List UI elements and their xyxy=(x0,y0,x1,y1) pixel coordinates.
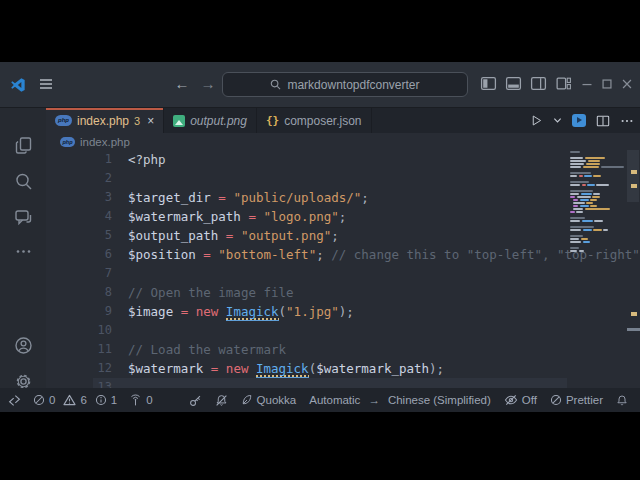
current-line-highlight xyxy=(93,378,567,388)
explorer-icon[interactable] xyxy=(14,136,33,155)
restore-button[interactable] xyxy=(598,75,616,93)
forward-button[interactable]: → xyxy=(198,74,218,94)
scrollbar[interactable] xyxy=(626,150,640,388)
line-number[interactable]: 2 xyxy=(46,169,112,188)
minimap-line xyxy=(593,193,600,195)
minimap-line xyxy=(586,163,600,165)
minimap-line xyxy=(570,190,593,192)
line-number[interactable]: 7 xyxy=(46,264,112,283)
minimap-line xyxy=(585,208,610,210)
command-center-search[interactable]: markdowntopdfconverter xyxy=(222,72,468,97)
minimap-line xyxy=(601,166,624,168)
minimize-button[interactable] xyxy=(578,75,596,93)
translate-from-label: Automatic xyxy=(309,394,360,406)
line-number[interactable]: 9 xyxy=(46,302,112,321)
minimap-line xyxy=(587,184,595,186)
line-number[interactable]: 1 xyxy=(46,150,112,169)
minimap-line xyxy=(590,205,597,207)
minimap-line xyxy=(583,241,590,243)
notifications-bell-icon[interactable] xyxy=(616,394,628,407)
toggle-sidebar-icon[interactable] xyxy=(480,75,497,92)
info-count: 1 xyxy=(111,394,117,406)
line-number[interactable]: 13 xyxy=(46,378,112,388)
breadcrumb-file: index.php xyxy=(80,136,130,148)
quokka-status[interactable]: Quokka xyxy=(241,394,297,406)
toggle-panel-icon[interactable] xyxy=(505,75,522,92)
code-line[interactable]: $target_dir = "public/uploads/"; xyxy=(128,188,369,207)
code-editor[interactable]: 12345678910111213 <?php$target_dir = "pu… xyxy=(46,150,640,388)
ports-indicator[interactable]: 0 xyxy=(129,394,152,407)
run-button[interactable] xyxy=(530,114,543,127)
minimap-line xyxy=(590,199,597,201)
minimap-line xyxy=(570,235,583,237)
split-editor-icon[interactable] xyxy=(596,114,610,128)
menu-icon[interactable] xyxy=(38,76,54,92)
line-number[interactable]: 11 xyxy=(46,340,112,359)
code-line[interactable]: $image = new Imagick("1.jpg"); xyxy=(128,302,354,321)
minimap-line xyxy=(570,238,579,240)
minimap-line xyxy=(576,211,583,213)
remote-indicator-icon[interactable] xyxy=(8,394,21,407)
arrow-right-icon: → xyxy=(368,394,380,406)
letterbox-top xyxy=(0,0,640,62)
code-line[interactable]: $position = "bottom-left"; // change thi… xyxy=(128,245,640,264)
close-tab-icon[interactable]: × xyxy=(147,114,154,128)
minimap-line xyxy=(573,202,585,204)
toggle-secondary-sidebar-icon[interactable] xyxy=(530,75,547,92)
back-button[interactable]: ← xyxy=(172,74,192,94)
editor-actions xyxy=(530,108,634,133)
additional-views-icon[interactable] xyxy=(14,242,33,261)
search-icon[interactable] xyxy=(14,172,33,191)
code-line[interactable]: <?php xyxy=(128,150,166,169)
broadcast-tower-icon xyxy=(129,394,142,407)
key-icon[interactable] xyxy=(189,394,202,407)
account-icon[interactable] xyxy=(14,336,33,355)
minimap-line xyxy=(584,175,592,177)
minimap-line xyxy=(588,160,600,162)
close-button[interactable] xyxy=(618,75,636,93)
ports-count: 0 xyxy=(146,394,152,406)
line-number[interactable]: 8 xyxy=(46,283,112,302)
line-number[interactable]: 10 xyxy=(46,321,112,340)
tab-output-png[interactable]: output.png xyxy=(164,108,257,133)
warning-count: 6 xyxy=(80,394,86,406)
run-dropdown-chevron-icon[interactable] xyxy=(553,116,562,125)
minimap[interactable] xyxy=(570,150,626,388)
warning-icon xyxy=(63,394,76,406)
line-number[interactable]: 5 xyxy=(46,226,112,245)
tab-index-php[interactable]: php index.php 3 × xyxy=(46,108,164,133)
prettier-status[interactable]: Prettier xyxy=(550,394,603,406)
minimap-line xyxy=(570,175,577,177)
more-actions-icon[interactable] xyxy=(620,114,634,128)
tab-label: composer.json xyxy=(284,114,361,128)
php-server-button[interactable] xyxy=(572,114,586,127)
code-line[interactable]: $watermark = new Imagick($watermark_path… xyxy=(128,359,444,378)
code-line[interactable]: // Open the image file xyxy=(128,283,294,302)
problems-indicator[interactable]: 0 6 1 xyxy=(33,394,117,406)
translate-status[interactable]: Automatic → Chinese (Simplified) xyxy=(309,394,491,406)
minimap-line xyxy=(583,166,599,168)
chat-icon[interactable] xyxy=(14,208,33,227)
minimap-line xyxy=(581,193,592,195)
customize-layout-icon[interactable] xyxy=(555,75,572,92)
minimap-line xyxy=(570,151,580,153)
bell-slash-icon[interactable] xyxy=(215,394,228,407)
code-line[interactable]: // Load the watermark xyxy=(128,340,286,359)
line-number[interactable]: 4 xyxy=(46,207,112,226)
line-number[interactable]: 12 xyxy=(46,359,112,378)
minimap-line xyxy=(570,166,581,168)
minimap-line xyxy=(577,196,591,198)
minimap-line xyxy=(570,196,575,198)
code-line[interactable]: $output_path = "output.png"; xyxy=(128,226,339,245)
scrollbar-thumb[interactable] xyxy=(627,150,639,202)
code-line[interactable]: $watermark_path = "logo.png"; xyxy=(128,207,346,226)
line-number[interactable]: 6 xyxy=(46,245,112,264)
minimap-line xyxy=(570,250,577,252)
minimap-line xyxy=(570,172,591,174)
line-number[interactable]: 3 xyxy=(46,188,112,207)
warning-ruler-mark xyxy=(631,312,637,316)
toggle-off-status[interactable]: Off xyxy=(504,394,537,406)
tab-composer-json[interactable]: {} composer.json xyxy=(257,108,372,133)
minimap-line xyxy=(570,217,585,219)
breadcrumb[interactable]: php index.php xyxy=(46,133,640,150)
